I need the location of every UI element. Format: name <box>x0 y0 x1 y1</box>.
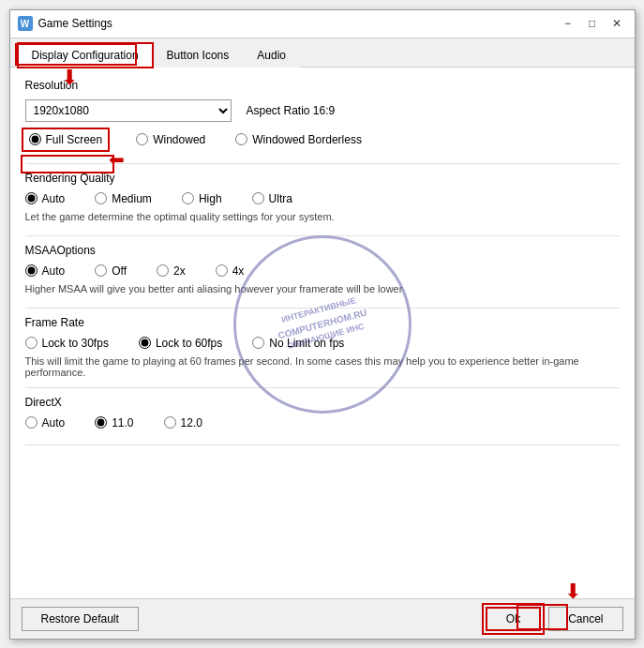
quality-auto-option[interactable]: Auto <box>25 192 66 205</box>
dx12-radio[interactable] <box>164 416 176 429</box>
frame-rate-description: This will limit the game to playing at 6… <box>25 355 620 378</box>
windowed-borderless-option[interactable]: Windowed Borderless <box>235 133 362 146</box>
resolution-section: Resolution 1920x1080 Aspect Ratio 16:9 F… <box>25 79 620 164</box>
minimize-button[interactable]: − <box>558 13 578 34</box>
msaa-row: Auto Off 2x 4x <box>25 264 620 278</box>
msaa-4x-label: 4x <box>232 264 245 278</box>
lock30-label: Lock to 30fps <box>42 337 109 350</box>
msaa-off-option[interactable]: Off <box>95 264 127 278</box>
windowed-label: Windowed <box>153 133 205 146</box>
bottom-bar: Restore Default Ok Cancel <box>10 598 635 639</box>
dx11-option[interactable]: 11.0 <box>95 416 133 429</box>
lock60-label: Lock to 60fps <box>156 337 222 350</box>
cancel-button[interactable]: Cancel <box>548 607 622 631</box>
msaa-title: MSAAOptions <box>25 244 620 257</box>
dx-auto-option[interactable]: Auto <box>25 416 66 429</box>
windowed-option[interactable]: Windowed <box>136 133 205 146</box>
rendering-quality-title: Rendering Quality <box>25 172 620 185</box>
msaa-auto-label: Auto <box>42 264 66 278</box>
quality-auto-radio[interactable] <box>25 192 37 204</box>
close-button[interactable]: ✕ <box>607 13 627 34</box>
quality-auto-label: Auto <box>42 192 66 205</box>
nolimit-label: No Limit on fps <box>269 337 344 350</box>
msaa-auto-option[interactable]: Auto <box>25 264 66 278</box>
quality-ultra-option[interactable]: Ultra <box>252 192 292 205</box>
msaa-2x-option[interactable]: 2x <box>157 264 186 278</box>
title-bar: W Game Settings − □ ✕ <box>10 10 635 38</box>
restore-default-button[interactable]: Restore Default <box>22 607 139 631</box>
msaa-2x-label: 2x <box>173 264 186 278</box>
msaa-4x-option[interactable]: 4x <box>216 264 245 278</box>
screen-mode-row: Full Screen Windowed Windowed Borderless <box>25 131 620 148</box>
lock30-option[interactable]: Lock to 30fps <box>25 337 109 350</box>
windowed-borderless-radio[interactable] <box>235 133 247 145</box>
msaa-off-radio[interactable] <box>95 264 107 277</box>
resolution-select[interactable]: 1920x1080 <box>25 99 232 122</box>
directx-row: Auto 11.0 12.0 <box>25 416 620 429</box>
dx-auto-radio[interactable] <box>25 416 37 429</box>
windowed-radio[interactable] <box>136 133 148 145</box>
msaa-off-label: Off <box>112 264 127 278</box>
nolimit-option[interactable]: No Limit on fps <box>252 337 344 350</box>
fullscreen-radio[interactable] <box>29 133 41 145</box>
frame-rate-section: Frame Rate Lock to 30fps Lock to 60fps N… <box>25 316 620 388</box>
tab-audio[interactable]: Audio <box>243 43 300 68</box>
content-area: Resolution 1920x1080 Aspect Ratio 16:9 F… <box>10 68 635 598</box>
quality-description: Let the game determine the optimal quali… <box>25 211 620 222</box>
msaa-2x-radio[interactable] <box>157 264 169 277</box>
quality-high-option[interactable]: High <box>182 192 222 205</box>
window-title: Game Settings <box>38 17 558 30</box>
dx11-label: 11.0 <box>112 416 133 429</box>
dx-auto-label: Auto <box>42 416 66 429</box>
tab-buttons[interactable]: Button Icons <box>153 43 244 68</box>
msaa-description: Higher MSAA will give you better anti al… <box>25 283 620 294</box>
quality-ultra-label: Ultra <box>269 192 292 205</box>
dx11-radio[interactable] <box>95 416 107 429</box>
quality-high-label: High <box>199 192 222 205</box>
quality-medium-label: Medium <box>112 192 152 205</box>
window-controls: − □ ✕ <box>558 13 627 34</box>
fullscreen-label: Full Screen <box>46 133 103 146</box>
dx12-option[interactable]: 12.0 <box>164 416 202 429</box>
lock30-radio[interactable] <box>25 337 37 349</box>
resolution-row: 1920x1080 Aspect Ratio 16:9 <box>25 99 620 122</box>
msaa-auto-radio[interactable] <box>25 264 37 277</box>
maximize-button[interactable]: □ <box>582 13 603 34</box>
msaa-section: MSAAOptions Auto Off 2x <box>25 244 620 309</box>
quality-high-radio[interactable] <box>182 192 194 204</box>
tab-bar: Display Configuration Button Icons Audio <box>10 38 635 68</box>
resolution-title: Resolution <box>25 79 620 92</box>
lock60-radio[interactable] <box>139 337 151 349</box>
quality-medium-option[interactable]: Medium <box>95 192 152 205</box>
directx-section: DirectX Auto 11.0 12.0 <box>25 396 620 445</box>
ok-button[interactable]: Ok <box>486 607 541 631</box>
windowed-borderless-label: Windowed Borderless <box>252 133 362 146</box>
window-icon: W <box>18 16 33 31</box>
lock60-option[interactable]: Lock to 60fps <box>139 337 222 350</box>
frame-rate-title: Frame Rate <box>25 316 620 329</box>
fullscreen-option[interactable]: Full Screen <box>25 131 107 148</box>
rendering-quality-section: Rendering Quality Auto Medium High <box>25 172 620 236</box>
aspect-ratio-label: Aspect Ratio 16:9 <box>247 104 336 117</box>
quality-medium-radio[interactable] <box>95 192 107 204</box>
tab-display[interactable]: Display Configuration <box>18 43 153 68</box>
directx-title: DirectX <box>25 396 620 409</box>
quality-row: Auto Medium High Ultra <box>25 192 620 205</box>
quality-ultra-radio[interactable] <box>252 192 264 204</box>
dx12-label: 12.0 <box>181 416 202 429</box>
msaa-4x-radio[interactable] <box>216 264 228 277</box>
nolimit-radio[interactable] <box>252 337 264 349</box>
frame-rate-row: Lock to 30fps Lock to 60fps No Limit on … <box>25 337 620 350</box>
